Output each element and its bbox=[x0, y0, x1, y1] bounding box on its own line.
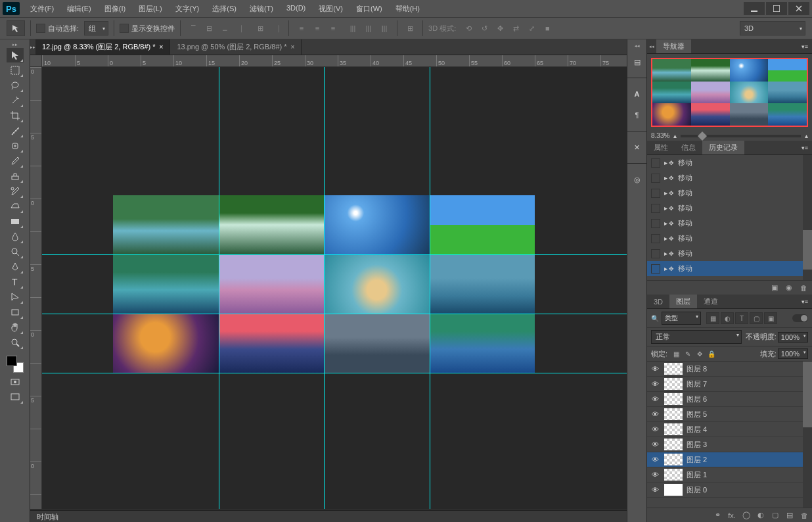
visibility-icon[interactable]: 👁 bbox=[650, 395, 660, 403]
type-tool[interactable]: T bbox=[7, 275, 24, 289]
layer-row[interactable]: 👁图层 3 bbox=[647, 437, 812, 452]
guide-horizontal[interactable] bbox=[42, 373, 627, 373]
vertical-ruler[interactable]: 05050505 bbox=[30, 67, 42, 509]
lock-pixels-icon[interactable]: ✎ bbox=[683, 349, 692, 358]
layer-thumbnail[interactable] bbox=[664, 393, 683, 405]
layer-mask-icon[interactable]: ◯ bbox=[741, 511, 752, 519]
layer-thumbnail[interactable] bbox=[664, 408, 683, 420]
filter-adjustment-icon[interactable]: ◐ bbox=[721, 312, 734, 324]
filter-pixel-icon[interactable]: ▦ bbox=[706, 312, 719, 324]
history-item[interactable]: ▸✥移动 bbox=[647, 170, 812, 185]
ruler-origin[interactable] bbox=[30, 55, 42, 67]
3d-scale-icon[interactable]: ⤢ bbox=[524, 21, 539, 36]
layer-name[interactable]: 图层 0 bbox=[687, 485, 809, 495]
layer-row[interactable]: 👁图层 8 bbox=[647, 362, 812, 377]
scrollbar-thumb[interactable] bbox=[803, 362, 812, 427]
layer-name[interactable]: 图层 6 bbox=[687, 394, 809, 404]
timeline-tab[interactable]: 时间轴 bbox=[30, 510, 627, 522]
layer-row[interactable]: 👁图层 6 bbox=[647, 392, 812, 407]
new-layer-icon[interactable]: ▤ bbox=[784, 511, 795, 519]
layer-thumbnail[interactable] bbox=[664, 484, 683, 496]
menu-select[interactable]: 选择(S) bbox=[207, 1, 242, 16]
history-item[interactable]: ▸✥移动 bbox=[647, 216, 812, 231]
align-top-icon[interactable]: ⎺ bbox=[186, 21, 200, 36]
visibility-icon[interactable]: 👁 bbox=[650, 486, 660, 494]
3d-tab[interactable]: 3D bbox=[647, 295, 669, 308]
guide-vertical[interactable] bbox=[324, 67, 325, 509]
menu-window[interactable]: 窗口(W) bbox=[351, 1, 388, 16]
layer-thumbnail[interactable] bbox=[664, 363, 683, 375]
dodge-tool[interactable] bbox=[7, 245, 24, 259]
navigator-tab[interactable]: 导航器 bbox=[656, 39, 691, 53]
layer-row[interactable]: 👁图层 0 bbox=[647, 483, 812, 498]
screen-mode-tool[interactable] bbox=[7, 390, 24, 404]
auto-select-dropdown[interactable]: 组 bbox=[84, 21, 108, 36]
eyedropper-tool[interactable] bbox=[7, 124, 24, 138]
adjustment-layer-icon[interactable]: ◐ bbox=[756, 511, 766, 519]
dist-bottom-icon[interactable]: ≡ bbox=[326, 21, 340, 36]
layer-thumbnail[interactable] bbox=[664, 454, 683, 465]
scrollbar[interactable] bbox=[803, 362, 812, 508]
panel-menu-icon[interactable]: ▾≡ bbox=[798, 298, 812, 305]
layer-filter-dropdown[interactable]: 类型 bbox=[662, 312, 701, 325]
horizontal-ruler[interactable]: 1050510152025303540455055606570758085909… bbox=[42, 55, 627, 67]
filter-smart-icon[interactable]: ▣ bbox=[764, 312, 777, 324]
lock-all-icon[interactable]: 🔒 bbox=[707, 349, 716, 358]
foreground-color-swatch[interactable] bbox=[7, 356, 17, 366]
layer-thumbnail[interactable] bbox=[664, 423, 683, 435]
layer-name[interactable]: 图层 1 bbox=[687, 470, 809, 480]
layer-list[interactable]: 👁图层 8👁图层 7👁图层 6👁图层 5👁图层 4👁图层 3👁图层 2👁图层 1… bbox=[647, 362, 812, 508]
visibility-icon[interactable]: 👁 bbox=[650, 380, 660, 388]
guide-vertical[interactable] bbox=[430, 67, 430, 509]
fill-value[interactable]: 100% bbox=[778, 348, 808, 359]
history-item[interactable]: ▸✥移动 bbox=[647, 231, 812, 246]
navigator-zoom-slider[interactable] bbox=[681, 135, 801, 137]
filter-type-icon[interactable]: T bbox=[735, 312, 748, 324]
history-item[interactable]: ▸✥移动 bbox=[647, 155, 812, 170]
hand-tool[interactable] bbox=[7, 320, 24, 335]
delete-layer-icon[interactable]: 🗑 bbox=[799, 511, 809, 519]
layers-tab[interactable]: 图层 bbox=[669, 295, 697, 308]
scrollbar-thumb[interactable] bbox=[803, 230, 812, 270]
history-item[interactable]: ▸✥移动 bbox=[647, 185, 812, 201]
layer-row[interactable]: 👁图层 2 bbox=[647, 452, 812, 467]
show-transform-checkbox[interactable] bbox=[120, 24, 129, 33]
canvas-viewport[interactable] bbox=[42, 67, 627, 509]
trash-icon[interactable]: 🗑 bbox=[799, 283, 808, 293]
align-bottom-icon[interactable]: ⎽ bbox=[217, 21, 232, 36]
current-tool-icon[interactable] bbox=[7, 20, 25, 36]
history-item[interactable]: ▸✥移动 bbox=[647, 261, 812, 276]
menu-image[interactable]: 图像(I) bbox=[99, 1, 131, 16]
panel-menu-icon[interactable]: ▾≡ bbox=[798, 43, 812, 50]
auto-select-option[interactable]: 自动选择: bbox=[36, 24, 79, 34]
blur-tool[interactable] bbox=[7, 229, 24, 244]
layer-row[interactable]: 👁图层 4 bbox=[647, 422, 812, 437]
mode-3d-dropdown[interactable]: 3D bbox=[740, 21, 805, 36]
filter-toggle[interactable] bbox=[792, 314, 808, 322]
layer-name[interactable]: 图层 2 bbox=[687, 455, 809, 465]
blend-mode-dropdown[interactable]: 正常 bbox=[651, 330, 742, 344]
menu-view[interactable]: 视图(V) bbox=[313, 1, 348, 16]
quick-mask-tool[interactable] bbox=[7, 375, 24, 389]
scrollbar[interactable] bbox=[803, 155, 812, 280]
visibility-icon[interactable]: 👁 bbox=[650, 425, 660, 433]
layer-name[interactable]: 图层 8 bbox=[687, 364, 809, 374]
cc-dock-icon[interactable]: ◎ bbox=[629, 172, 645, 187]
layer-thumbnail[interactable] bbox=[664, 439, 683, 450]
history-item[interactable]: ▸✥移动 bbox=[647, 201, 812, 216]
menu-layer[interactable]: 图层(L) bbox=[133, 1, 167, 16]
zoom-tool[interactable] bbox=[7, 335, 24, 350]
3d-slide-icon[interactable]: ⇄ bbox=[508, 21, 523, 36]
marquee-tool[interactable] bbox=[7, 63, 24, 78]
align-left-icon[interactable]: ⎸ bbox=[237, 21, 252, 36]
zoom-out-icon[interactable]: ▴ bbox=[673, 132, 677, 139]
panel-menu-icon[interactable]: ▾≡ bbox=[798, 145, 812, 151]
layer-thumbnail[interactable] bbox=[664, 378, 683, 390]
history-dock-icon[interactable]: ▤ bbox=[629, 54, 645, 70]
layer-row[interactable]: 👁图层 5 bbox=[647, 407, 812, 422]
dock-expand-icon[interactable]: ◂◂ bbox=[627, 43, 646, 49]
document-tab-2[interactable]: 13.png @ 50% (图层 2, RGB/8#) * × bbox=[170, 39, 302, 55]
close-button[interactable] bbox=[788, 2, 809, 15]
layer-name[interactable]: 图层 7 bbox=[687, 379, 809, 389]
lasso-tool[interactable] bbox=[7, 78, 24, 93]
